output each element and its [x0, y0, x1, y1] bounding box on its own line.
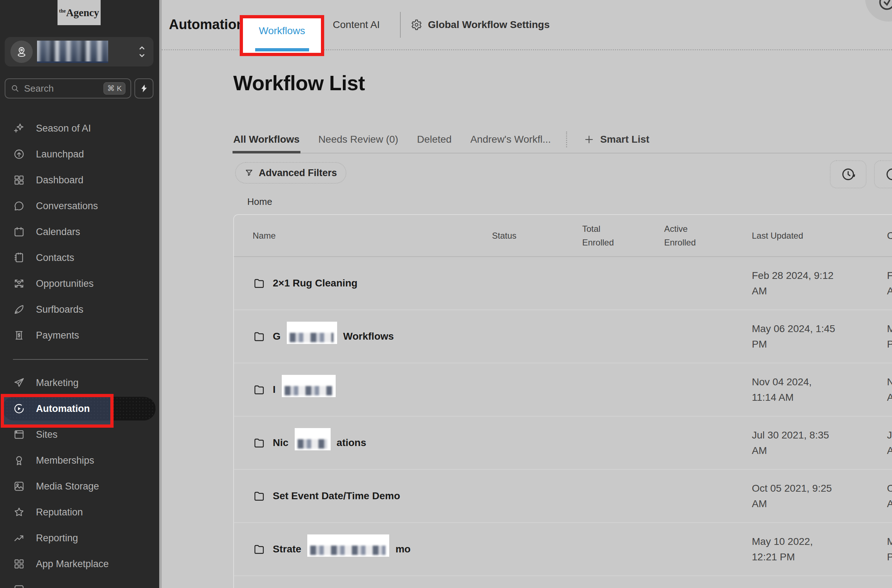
- table-row[interactable]: StratemoMay 10 2022, 12:21 PMM P: [234, 523, 892, 576]
- active-tab-underline: [255, 48, 309, 51]
- paper-plane-icon: [13, 376, 25, 389]
- location-pin-icon: [15, 45, 28, 58]
- search-input[interactable]: Search ⌘ K: [4, 78, 131, 99]
- table-body: 2×1 Rug CleaningFeb 28 2024, 9:12 AMF AG…: [234, 257, 892, 588]
- sidebar-item-memberships[interactable]: Memberships: [0, 447, 159, 473]
- empty-cell: [651, 576, 739, 588]
- tab-bar-divider: [566, 132, 567, 147]
- sidebar-item-label: Calendars: [36, 226, 80, 238]
- sidebar-item-label: Season of AI: [36, 123, 91, 134]
- sidebar-item-label: Reputation: [36, 507, 83, 518]
- sidebar-item-conversations[interactable]: Conversations: [0, 193, 159, 219]
- list-tab-all-workflows[interactable]: All Workflows: [233, 126, 300, 153]
- table-row[interactable]: GWorkflowsMay 06 2024, 1:45 PMM P: [234, 310, 892, 363]
- advanced-filters-button[interactable]: Advanced Filters: [235, 162, 346, 184]
- automation-header: Automation Workflows Content AI Global W…: [162, 0, 892, 50]
- table-row[interactable]: INov 04 2024, 11:14 AMN A: [234, 363, 892, 417]
- column-header-clipped: C: [874, 228, 892, 243]
- agency-logo: theAgency: [57, 0, 100, 25]
- page-section-title: Automation: [169, 17, 245, 32]
- sidebar-item-marketing[interactable]: Marketing: [0, 370, 159, 396]
- sidebar-item-payments[interactable]: Payments: [0, 322, 159, 348]
- sidebar-item-automation[interactable]: Automation: [0, 396, 159, 422]
- add-smart-list-button[interactable]: Smart List: [584, 134, 649, 145]
- column-header-last-updated: Last Updated: [739, 229, 874, 243]
- avatar: [10, 40, 33, 63]
- corner-clipped-icon[interactable]: [877, 0, 892, 12]
- sidebar-item-label: Media Storage: [36, 481, 99, 492]
- list-tab-needs-review-0[interactable]: Needs Review (0): [318, 126, 399, 153]
- sidebar-item-label: Sites: [36, 429, 57, 440]
- redaction-overlay: [307, 534, 389, 557]
- workflow-list-tab-bar: All WorkflowsNeeds Review (0)DeletedAndr…: [233, 126, 892, 153]
- workflow-name-text: Workflows: [343, 331, 394, 342]
- clipped-created-cell: M P: [874, 534, 892, 565]
- gear-icon: [411, 19, 422, 30]
- sidebar-divider: [0, 348, 159, 370]
- list-tab-deleted[interactable]: Deleted: [417, 126, 452, 153]
- sidebar-item-media-storage[interactable]: Media Storage: [0, 473, 159, 499]
- smart-list-label: Smart List: [600, 134, 649, 145]
- sidebar-item-label: Payments: [36, 330, 79, 341]
- table-row[interactable]: NicationsJul 30 2021, 8:35 AMJ A: [234, 417, 892, 470]
- enrollment-history-button[interactable]: [830, 160, 867, 188]
- opportunities-icon: [13, 278, 25, 290]
- partial-item-icon: [13, 584, 25, 588]
- empty-cell: [569, 576, 651, 588]
- workflow-name-text: mo: [395, 543, 411, 555]
- column-header-status: Status: [479, 229, 569, 243]
- redaction-overlay: [282, 375, 336, 397]
- star-icon: [13, 506, 25, 518]
- clipped-created-cell: F A: [874, 268, 892, 298]
- folder-icon: [253, 436, 265, 449]
- sidebar-item-reputation[interactable]: Reputation: [0, 499, 159, 525]
- sidebar-item-calendars[interactable]: Calendars: [0, 219, 159, 245]
- contacts-icon: [13, 252, 25, 264]
- breadcrumb[interactable]: Home: [247, 196, 272, 207]
- sidebar-item-label: Conversations: [36, 201, 98, 212]
- tab-content-ai[interactable]: Content AI: [333, 19, 380, 30]
- sidebar-item-label: Memberships: [36, 455, 94, 466]
- clipped-toolbar-button[interactable]: [874, 160, 892, 188]
- workflow-name-text: I: [273, 384, 276, 395]
- workflow-name-text: 2×1 Rug Cleaning: [273, 278, 358, 289]
- sidebar-item-season-of-ai[interactable]: Season of AI: [0, 116, 159, 141]
- sidebar-nav: Season of AILaunchpadDashboardConversati…: [0, 116, 159, 588]
- last-updated-cell: Jun 20 2023, 3:31 PM: [739, 576, 837, 588]
- sidebar-item-label: Automation: [36, 403, 90, 414]
- advanced-filters-label: Advanced Filters: [259, 168, 337, 178]
- sidebar-item-opportunities[interactable]: Opportunities: [0, 271, 159, 297]
- sidebar-item-clipped-bottom[interactable]: [0, 577, 159, 588]
- tab-workflows[interactable]: Workflows: [240, 15, 324, 56]
- list-tab-andrew-s-workfl[interactable]: Andrew's Workfl...: [471, 126, 551, 153]
- last-updated-cell: Jul 30 2021, 8:35 AM: [739, 428, 837, 458]
- plus-icon: [584, 134, 594, 145]
- sidebar-item-label: Reporting: [36, 532, 78, 544]
- last-updated-cell: May 10 2022, 12:21 PM: [739, 534, 837, 565]
- quick-actions-button[interactable]: [134, 78, 153, 99]
- sidebar-item-dashboard[interactable]: Dashboard: [0, 167, 159, 193]
- sidebar: theAgency Search ⌘ K Season of AILaunchp…: [0, 0, 159, 588]
- sidebar-item-app-marketplace[interactable]: App Marketplace: [0, 551, 159, 577]
- sidebar-item-label: Dashboard: [36, 175, 83, 186]
- search-shortcut-badge: ⌘ K: [103, 82, 126, 94]
- sidebar-item-launchpad[interactable]: Launchpad: [0, 141, 159, 167]
- table-row[interactable]: 2×1 Rug CleaningFeb 28 2024, 9:12 AMF A: [234, 257, 892, 310]
- sidebar-item-label: Surfboards: [36, 304, 83, 315]
- workflow-folder-name: Stratemo: [234, 538, 479, 560]
- dashboard-icon: [13, 174, 25, 186]
- automation-icon: [13, 402, 25, 415]
- column-header-name: Name: [234, 229, 479, 243]
- launchpad-icon: [13, 148, 25, 160]
- tab-workflows-label: Workflows: [243, 18, 321, 53]
- global-workflow-settings-button[interactable]: Global Workflow Settings: [428, 19, 550, 30]
- sidebar-item-surfboards[interactable]: Surfboards: [0, 297, 159, 322]
- workflow-folder-name: Set Event Date/Time Demo: [234, 489, 479, 502]
- account-switcher[interactable]: [4, 37, 153, 66]
- table-row-partial[interactable]: Jun 20 2023, 3:31 PM: [234, 576, 892, 588]
- sidebar-scrollbar[interactable]: [159, 0, 162, 588]
- sidebar-item-reporting[interactable]: Reporting: [0, 525, 159, 551]
- table-row[interactable]: Set Event Date/Time DemoOct 05 2021, 9:2…: [234, 470, 892, 523]
- folder-icon: [253, 277, 265, 290]
- sidebar-item-contacts[interactable]: Contacts: [0, 245, 159, 271]
